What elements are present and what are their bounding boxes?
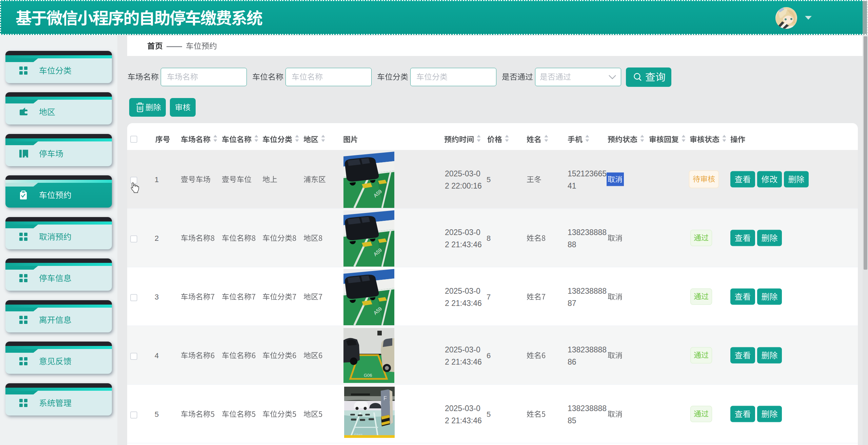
svg-text:5: 5 bbox=[155, 410, 159, 419]
svg-text:138238888: 138238888 bbox=[568, 404, 607, 413]
svg-text:8: 8 bbox=[487, 234, 491, 243]
svg-text:2 21:43:46: 2 21:43:46 bbox=[445, 416, 482, 425]
svg-text:138238888: 138238888 bbox=[568, 228, 607, 237]
svg-text:4: 4 bbox=[155, 351, 159, 360]
svg-text:2025-03-0: 2025-03-0 bbox=[445, 228, 480, 237]
svg-text:138238888: 138238888 bbox=[568, 345, 607, 354]
svg-text:1: 1 bbox=[155, 175, 159, 184]
svg-text:88: 88 bbox=[568, 240, 576, 249]
svg-text:138238888: 138238888 bbox=[568, 287, 607, 295]
svg-text:85: 85 bbox=[568, 416, 576, 425]
svg-text:6: 6 bbox=[487, 351, 491, 360]
svg-text:7: 7 bbox=[487, 293, 491, 301]
svg-text:87: 87 bbox=[568, 299, 576, 308]
svg-text:86: 86 bbox=[568, 357, 576, 366]
svg-text:2 21:43:46: 2 21:43:46 bbox=[445, 299, 482, 308]
svg-text:2025-03-0: 2025-03-0 bbox=[445, 404, 480, 413]
svg-text:G06: G06 bbox=[364, 373, 372, 378]
svg-text:5: 5 bbox=[487, 410, 491, 419]
svg-text:3: 3 bbox=[155, 293, 159, 301]
svg-text:2025-03-0: 2025-03-0 bbox=[445, 345, 480, 354]
svg-text:F: F bbox=[383, 395, 387, 401]
svg-text:2 21:43:46: 2 21:43:46 bbox=[445, 357, 482, 366]
svg-text:41: 41 bbox=[568, 181, 576, 190]
svg-text:2025-03-0: 2025-03-0 bbox=[445, 169, 480, 178]
svg-text:152123665: 152123665 bbox=[568, 169, 607, 178]
svg-text:2 21:43:46: 2 21:43:46 bbox=[445, 240, 482, 249]
svg-text:2: 2 bbox=[155, 234, 159, 243]
svg-text:2 22:00:16: 2 22:00:16 bbox=[445, 181, 482, 190]
svg-text:2025-03-0: 2025-03-0 bbox=[445, 287, 480, 295]
svg-text:5: 5 bbox=[487, 175, 491, 184]
